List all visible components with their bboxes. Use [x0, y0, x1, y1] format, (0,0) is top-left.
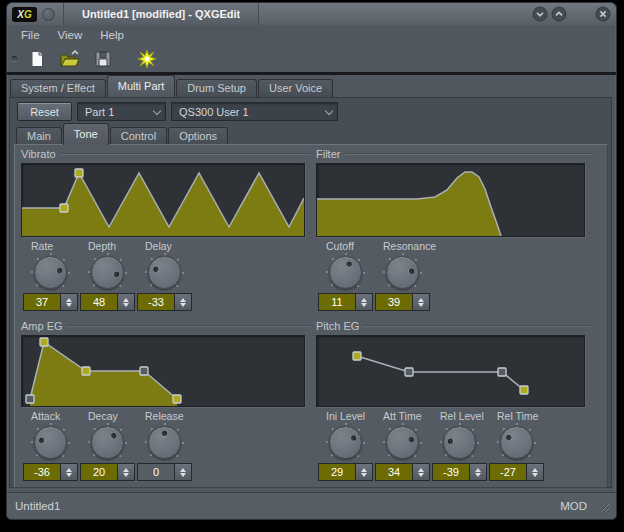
- spin-arrows[interactable]: [174, 294, 191, 310]
- spin-arrows[interactable]: [117, 464, 134, 480]
- cutoff-knob[interactable]: [327, 254, 364, 291]
- pitch-eg-envelope-graph[interactable]: [316, 335, 585, 407]
- spin-arrows[interactable]: [526, 464, 543, 480]
- ini-level-knob[interactable]: [327, 424, 364, 461]
- depth-knob[interactable]: [89, 254, 126, 291]
- window-title: Untitled1 [modified] - QXGEdit: [82, 8, 240, 20]
- decay-control: Decay 20: [79, 410, 136, 481]
- spin-arrows[interactable]: [355, 464, 372, 480]
- tab-system-effect[interactable]: System / Effect: [10, 79, 106, 97]
- group-title: Amp EG: [19, 320, 68, 332]
- close-icon: [595, 6, 611, 22]
- vibrato-wave-graph[interactable]: [21, 163, 305, 237]
- arrow-up-icon: [475, 468, 481, 472]
- arrow-down-icon: [361, 303, 367, 307]
- arrow-down-icon: [475, 473, 481, 477]
- resonance-control: Resonance 39: [374, 240, 431, 311]
- voice-select-value: QS300 User 1: [172, 106, 320, 118]
- main-tabbar: System / Effect Multi Part Drum Setup Us…: [10, 76, 334, 97]
- spin-arrows[interactable]: [412, 464, 429, 480]
- minimize-button[interactable]: [532, 6, 548, 22]
- spin-value: -33: [138, 294, 174, 310]
- tab-options[interactable]: Options: [168, 127, 228, 145]
- amp-eg-envelope-graph[interactable]: [21, 335, 305, 407]
- tab-main[interactable]: Main: [16, 127, 62, 145]
- spin-value: 37: [24, 294, 60, 310]
- release-knob[interactable]: [146, 424, 183, 461]
- rate-knob[interactable]: [32, 254, 69, 291]
- menu-view[interactable]: View: [49, 27, 92, 43]
- spin-value: 0: [138, 464, 174, 480]
- tab-user-voice[interactable]: User Voice: [258, 79, 333, 97]
- vibrato-knob-row: Rate 37 Depth 48 Delay -33: [19, 240, 310, 311]
- arrow-down-icon: [66, 303, 72, 307]
- status-session-name: Untitled1: [15, 500, 560, 512]
- group-header: Vibrato: [19, 147, 310, 160]
- att-time-knob[interactable]: [384, 424, 421, 461]
- arrow-up-icon: [180, 468, 186, 472]
- spin-value: -27: [490, 464, 526, 480]
- logo-x: X: [17, 9, 24, 20]
- open-file-button[interactable]: [57, 47, 83, 71]
- rel-time-knob[interactable]: [498, 424, 535, 461]
- save-file-button[interactable]: [90, 47, 116, 71]
- spin-arrows[interactable]: [174, 464, 191, 480]
- part-select[interactable]: Part 1: [77, 102, 166, 121]
- rel-time-control: Rel Time -27: [488, 410, 545, 481]
- resize-grip[interactable]: [597, 500, 610, 513]
- combo-chevron-down-icon: [148, 110, 165, 114]
- status-mod-indicator: MOD: [560, 500, 597, 512]
- reset-button[interactable]: Reset: [17, 102, 72, 121]
- tab-control[interactable]: Control: [110, 127, 167, 145]
- spin-arrows[interactable]: [60, 464, 77, 480]
- voice-select[interactable]: QS300 User 1: [171, 102, 338, 121]
- close-button[interactable]: [595, 6, 611, 22]
- menu-help[interactable]: Help: [91, 27, 133, 43]
- resonance-knob[interactable]: [384, 254, 421, 291]
- tab-tone[interactable]: Tone: [63, 123, 109, 145]
- spin-arrows[interactable]: [60, 294, 77, 310]
- rel-level-knob[interactable]: [441, 424, 478, 461]
- spin-value: 39: [376, 294, 412, 310]
- arrow-up-icon: [123, 468, 129, 472]
- arrow-down-icon: [532, 473, 538, 477]
- arrow-down-icon: [418, 303, 424, 307]
- filter-curve-graph[interactable]: [316, 163, 585, 237]
- arrow-up-icon: [418, 298, 424, 302]
- save-floppy-icon: [93, 49, 113, 69]
- spin-arrows[interactable]: [355, 294, 372, 310]
- new-file-button[interactable]: [24, 47, 50, 71]
- delay-knob[interactable]: [146, 254, 183, 291]
- open-folder-icon: [59, 49, 81, 69]
- arrow-down-icon: [66, 473, 72, 477]
- amp-eg-knob-row: Attack -36 Decay 20 Release 0: [19, 410, 310, 481]
- decay-knob[interactable]: [89, 424, 126, 461]
- group-title: Pitch EG: [314, 320, 364, 332]
- titlebar[interactable]: XG Untitled1 [modified] - QXGEdit: [7, 3, 616, 25]
- group-header: Amp EG: [19, 319, 310, 332]
- tab-multi-part[interactable]: Multi Part: [107, 75, 175, 97]
- filter-section: Filter Cutoff 11 Resonance 39: [314, 147, 594, 311]
- toolbar-separator: [7, 72, 616, 75]
- toolbar-handle[interactable]: [12, 56, 17, 61]
- attack-knob[interactable]: [32, 424, 69, 461]
- qxgedit-window: XG Untitled1 [modified] - QXGEdit: [6, 2, 617, 520]
- spin-arrows[interactable]: [469, 464, 486, 480]
- ini-level-control: Ini Level 29: [317, 410, 374, 481]
- tab-drum-setup[interactable]: Drum Setup: [176, 79, 257, 97]
- maximize-button[interactable]: [551, 6, 567, 22]
- window-menu-button[interactable]: [42, 8, 55, 21]
- menu-file[interactable]: File: [12, 27, 49, 43]
- pitch-eg-knob-row: Ini Level 29 Att Time 34 Rel Level: [314, 410, 594, 481]
- cutoff-control: Cutoff 11: [317, 240, 374, 311]
- spin-value: 11: [319, 294, 355, 310]
- arrow-up-icon: [418, 468, 424, 472]
- title-tab: Untitled1 [modified] - QXGEdit: [63, 3, 259, 25]
- spin-arrows[interactable]: [412, 294, 429, 310]
- spin-arrows[interactable]: [117, 294, 134, 310]
- star-burst-button[interactable]: [134, 47, 160, 71]
- part-select-value: Part 1: [78, 106, 148, 118]
- group-title: Vibrato: [19, 148, 61, 160]
- xg-logo-icon: XG: [12, 7, 37, 22]
- amp-eg-section: Amp EG Attack -36 Decay 20 Rel: [19, 319, 310, 481]
